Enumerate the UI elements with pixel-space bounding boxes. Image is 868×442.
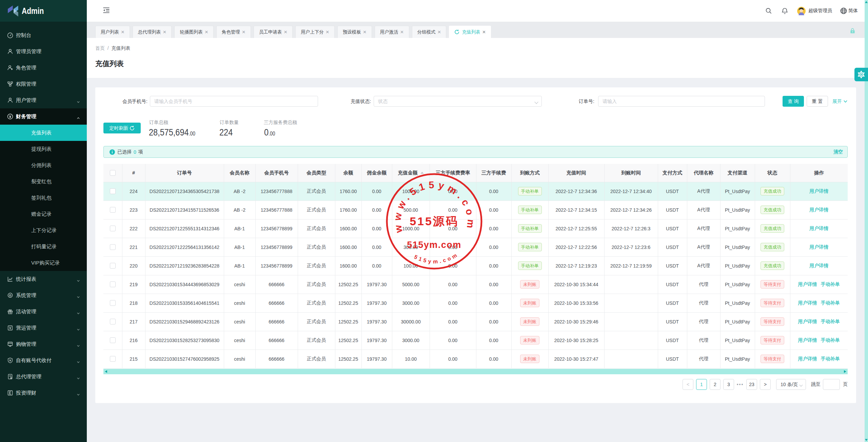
svg-text:515ym.com: 515ym.com	[413, 251, 460, 265]
svg-text:515源码: 515源码	[410, 215, 459, 228]
svg-text:515ym.com: 515ym.com	[407, 240, 461, 250]
